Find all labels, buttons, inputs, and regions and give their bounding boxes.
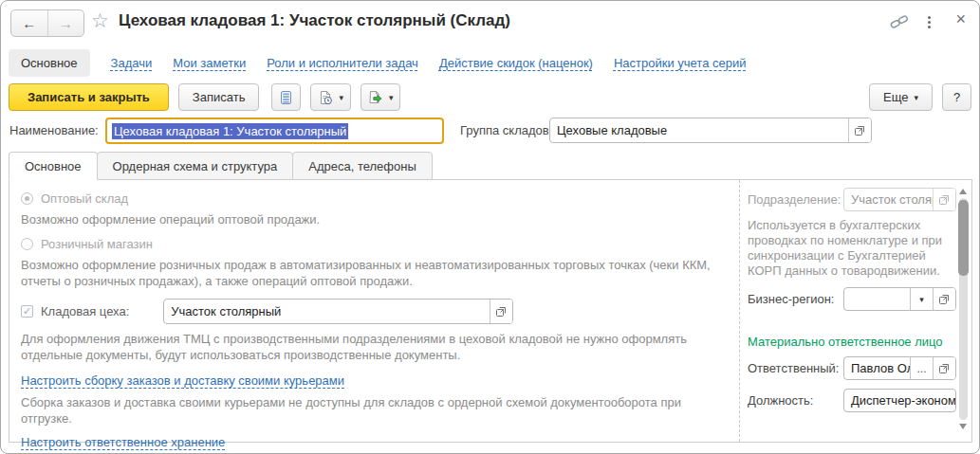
tab-bar: Основное Ордерная схема и структура Адре… xyxy=(9,152,432,180)
division-field[interactable]: Участок столяр xyxy=(843,188,956,211)
scroll-down-arrow[interactable] xyxy=(959,424,967,431)
chevron-down-icon: ▾ xyxy=(914,93,918,102)
radio-retail-label: Розничный магазин xyxy=(41,237,153,251)
open-icon xyxy=(938,362,951,374)
toolbar: Записать и закрыть Записать ▾ xyxy=(9,83,971,111)
choose-button[interactable]: ... xyxy=(910,357,933,379)
tab-content-main: Оптовый склад Возможно оформление операц… xyxy=(9,179,972,443)
warehouse-form-window: ← → ☆ Цеховая кладовая 1: Участок столяр… xyxy=(0,0,980,454)
save-button[interactable]: Записать xyxy=(178,83,260,111)
warehouse-group-field[interactable]: Цеховые кладовые xyxy=(549,118,872,143)
save-and-close-button[interactable]: Записать и закрыть xyxy=(9,83,169,111)
scroll-up-arrow[interactable] xyxy=(959,187,967,194)
document-history-icon xyxy=(318,90,333,105)
responsible-row: Ответственный: Павлов Оле ... xyxy=(748,356,956,380)
document-export-icon xyxy=(368,90,383,105)
dropdown-button[interactable]: ▾ xyxy=(910,288,933,310)
nav-item-notes[interactable]: Мои заметки xyxy=(173,56,246,70)
tab-main[interactable]: Основное xyxy=(9,152,98,180)
nav-item-discounts[interactable]: Действие скидок (наценок) xyxy=(439,56,593,70)
open-button[interactable] xyxy=(490,300,512,323)
radio-retail[interactable] xyxy=(21,238,33,250)
chevron-down-icon: ▾ xyxy=(339,93,343,102)
page-title: Цеховая кладовая 1: Участок столярный (С… xyxy=(119,11,510,30)
division-row: Подразделение: Участок столяр xyxy=(748,188,956,211)
header-fields-row: Наименование: Цеховая кладовая 1: Участо… xyxy=(1,118,979,144)
warehouse-group-value: Цеховые кладовые xyxy=(550,118,848,142)
position-value: Диспетчер-эконом xyxy=(844,390,955,411)
open-icon xyxy=(938,293,951,305)
radio-wholesale-row: Оптовый склад xyxy=(21,191,734,206)
nav-item-roles[interactable]: Роли и исполнители задач xyxy=(267,56,418,70)
business-region-value xyxy=(844,288,910,310)
open-icon xyxy=(938,193,951,206)
details-panel: Подразделение: Участок столяр Использует… xyxy=(739,180,956,442)
titlebar: ← → ☆ Цеховая кладовая 1: Участок столяр… xyxy=(1,1,979,45)
shop-storeroom-description: Для оформления движения ТМЦ с производст… xyxy=(21,331,734,363)
tab-order-scheme[interactable]: Ордерная схема и структура xyxy=(97,152,294,180)
setup-delivery-link[interactable]: Настроить сборку заказов и доставку свои… xyxy=(21,373,344,388)
register-records-button[interactable] xyxy=(271,83,301,111)
more-menu-button[interactable] xyxy=(923,12,934,31)
open-icon xyxy=(854,124,866,136)
business-region-label: Бизнес-регион: xyxy=(748,292,843,306)
favorite-star-icon[interactable]: ☆ xyxy=(91,9,109,32)
division-label: Подразделение: xyxy=(748,192,843,207)
position-field[interactable]: Диспетчер-эконом xyxy=(843,389,956,412)
scrollbar-thumb[interactable] xyxy=(958,200,969,276)
position-row: Должность: Диспетчер-эконом xyxy=(748,389,956,412)
setup-custody-link[interactable]: Настроить ответственное хранение xyxy=(21,435,225,449)
chevron-down-icon: ▾ xyxy=(389,93,394,102)
chevron-down-icon: ▾ xyxy=(919,295,924,304)
shop-storeroom-value: Участок столярный xyxy=(164,300,490,323)
open-button[interactable] xyxy=(848,118,871,142)
dots-icon xyxy=(928,16,931,19)
help-button[interactable]: ? xyxy=(942,83,971,111)
change-history-button[interactable]: ▾ xyxy=(310,83,351,111)
nav-item-series[interactable]: Настройки учета серий xyxy=(614,56,747,70)
back-button[interactable]: ← xyxy=(11,10,47,36)
name-input[interactable]: Цеховая кладовая 1: Участок столярный xyxy=(105,118,444,144)
chain-link-icon xyxy=(890,12,909,31)
more-actions-button[interactable]: Еще ▾ xyxy=(869,83,933,111)
history-nav-group: ← → xyxy=(10,9,84,37)
forward-button[interactable]: → xyxy=(47,10,84,36)
position-label: Должность: xyxy=(748,393,843,408)
radio-wholesale[interactable] xyxy=(21,192,33,205)
radio-retail-row: Розничный магазин xyxy=(21,237,734,251)
panel-scrollbar[interactable] xyxy=(957,185,970,433)
export-document-button[interactable]: ▾ xyxy=(361,83,401,111)
open-button[interactable] xyxy=(933,288,955,310)
shop-storeroom-row: ✓ Кладовая цеха: Участок столярный xyxy=(21,299,734,324)
register-list-icon xyxy=(279,90,293,105)
shop-storeroom-label: Кладовая цеха: xyxy=(41,304,129,318)
wholesale-description: Возможно оформление операций оптовой про… xyxy=(21,211,734,227)
warehouse-group-label: Группа складов: xyxy=(460,123,552,137)
responsible-value: Павлов Оле xyxy=(844,357,910,379)
mol-section-header: Материально ответственное лицо xyxy=(748,335,956,349)
open-button[interactable] xyxy=(933,357,955,379)
nav-item-main[interactable]: Основное xyxy=(9,49,90,77)
nav-item-tasks[interactable]: Задачи xyxy=(111,56,153,70)
delivery-description: Сборка заказов и доставка своими курьера… xyxy=(21,394,734,427)
retail-description: Возможно оформление розничных продаж в а… xyxy=(21,257,734,289)
open-button[interactable] xyxy=(933,189,955,210)
division-description: Используется в бухгалтерских проводках п… xyxy=(748,218,952,279)
shop-storeroom-field[interactable]: Участок столярный xyxy=(163,299,513,324)
responsible-label: Ответственный: xyxy=(748,361,843,375)
business-region-row: Бизнес-регион: ▾ xyxy=(748,287,956,311)
name-input-selected-text: Цеховая кладовая 1: Участок столярный xyxy=(112,123,348,139)
responsible-field[interactable]: Павлов Оле ... xyxy=(843,356,956,380)
name-label: Наименование: xyxy=(9,123,99,137)
warehouse-type-section: Оптовый склад Возможно оформление операц… xyxy=(21,190,734,454)
business-region-field[interactable]: ▾ xyxy=(843,287,956,311)
open-icon xyxy=(495,305,508,318)
radio-wholesale-label: Оптовый склад xyxy=(41,191,128,206)
division-value: Участок столяр xyxy=(844,189,933,210)
tab-addresses[interactable]: Адреса, телефоны xyxy=(292,152,433,180)
nav-links-row: Основное Задачи Мои заметки Роли и испол… xyxy=(9,48,971,78)
close-button[interactable]: × xyxy=(955,9,966,29)
shop-storeroom-checkbox[interactable]: ✓ xyxy=(21,305,33,318)
get-link-button[interactable] xyxy=(890,12,909,31)
